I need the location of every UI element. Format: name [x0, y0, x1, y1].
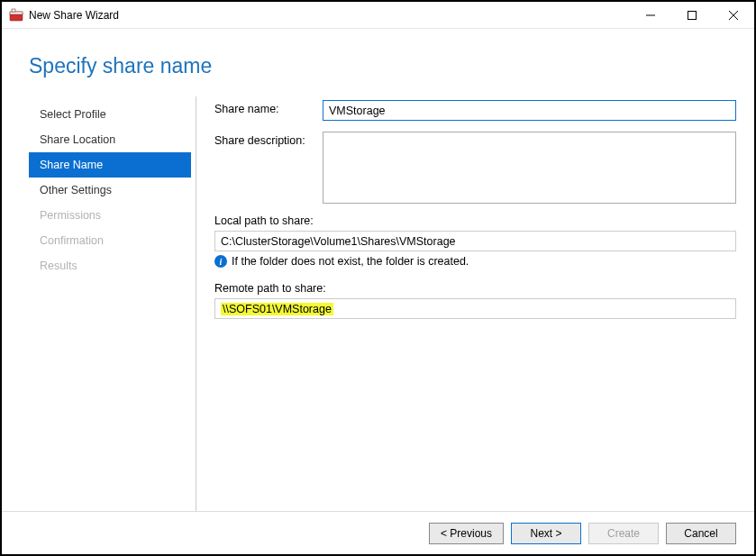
wizard-sidebar: Select Profile Share Location Share Name… [29, 96, 191, 511]
step-share-location[interactable]: Share Location [29, 127, 191, 152]
maximize-button[interactable] [671, 2, 713, 29]
info-icon: i [214, 255, 227, 268]
share-name-input[interactable] [323, 100, 736, 121]
step-results: Results [29, 253, 191, 278]
footer: < Previous Next > Create Cancel [2, 511, 754, 554]
create-button: Create [588, 523, 659, 544]
remote-path-value: \\SOFS01\VMStorage [221, 303, 333, 315]
svg-rect-4 [688, 11, 697, 19]
step-other-settings[interactable]: Other Settings [29, 178, 191, 203]
step-share-name[interactable]: Share Name [29, 152, 191, 178]
previous-button[interactable]: < Previous [429, 523, 504, 544]
next-button[interactable]: Next > [511, 523, 581, 544]
app-icon [9, 8, 23, 23]
minimize-button[interactable] [630, 2, 671, 29]
step-confirmation: Confirmation [29, 228, 191, 253]
content-area: Select Profile Share Location Share Name… [2, 96, 754, 511]
local-path-field: C:\ClusterStorage\Volume1\Shares\VMStora… [214, 231, 736, 251]
titlebar: New Share Wizard [2, 2, 754, 29]
remote-path-label: Remote path to share: [214, 282, 736, 295]
local-path-label: Local path to share: [214, 214, 736, 227]
close-button[interactable] [713, 2, 754, 29]
window-controls [630, 2, 754, 29]
cancel-button[interactable]: Cancel [666, 523, 736, 544]
info-text: If the folder does not exist, the folder… [232, 255, 469, 268]
step-select-profile[interactable]: Select Profile [29, 102, 191, 127]
share-desc-label: Share description: [214, 132, 323, 147]
svg-rect-2 [12, 9, 15, 12]
remote-path-field: \\SOFS01\VMStorage [214, 298, 736, 319]
share-name-label: Share name: [214, 100, 323, 115]
window-title: New Share Wizard [29, 9, 119, 22]
main-panel: Share name: Share description: Local pat… [214, 96, 736, 511]
vertical-divider [196, 96, 196, 511]
page-heading: Specify share name [2, 29, 754, 96]
svg-rect-1 [10, 12, 23, 14]
share-desc-input[interactable] [323, 132, 736, 204]
step-permissions: Permissions [29, 203, 191, 228]
